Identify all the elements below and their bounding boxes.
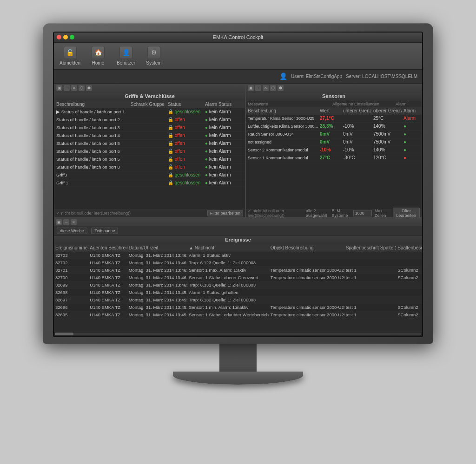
griffe-panel-toolbar: ▣ ─ ✕ ⬡ ⬢ bbox=[54, 84, 245, 92]
ereignisse-row[interactable]: 32695 U140 EMKA TZ Montag, 31. März 2014… bbox=[54, 311, 422, 319]
users-label: Users: ElmStsConfigApp bbox=[291, 74, 342, 79]
sensoren-footer-filter: ✓ nicht bit null oder leer(Beschreibung)… bbox=[248, 209, 306, 218]
sensoren-row[interactable]: Luftfeuchtigkeits Klima Sensor 3000... 2… bbox=[246, 123, 422, 131]
ev-col-sb: Spaltenbesc bbox=[396, 245, 422, 250]
ereignisse-row[interactable]: 32696 U140 EMKA TZ Montag, 31. März 2014… bbox=[54, 304, 422, 311]
user-icon: 👤 bbox=[279, 72, 287, 80]
close-button[interactable] bbox=[57, 35, 61, 39]
elm-label: ELM-Systeme bbox=[331, 209, 350, 218]
sensoren-row[interactable]: Sensor 2 Kommunikationsmodul -10% -10% 1… bbox=[246, 146, 422, 154]
sensoren-tb-icon3[interactable]: ✕ bbox=[263, 85, 269, 91]
ereignisse-panel: ▣ ─ ✕ diese Woche Zeitspanne Ereignisse bbox=[54, 218, 422, 336]
top-panels: ▣ ─ ✕ ⬡ ⬢ Griffe & Verschlüsse bbox=[54, 84, 422, 218]
ev-col-nachricht: ▲ Nachricht bbox=[187, 245, 269, 250]
griffe-col-desc: Beschreibung bbox=[54, 102, 129, 107]
ereignisse-tb-icon3[interactable]: ✕ bbox=[71, 219, 77, 225]
griffe-tb-icon5[interactable]: ⬢ bbox=[86, 85, 92, 91]
griffe-row[interactable]: Status of handle / latch on port 3 🔓 off… bbox=[54, 124, 245, 132]
griffe-row[interactable]: Griff3 🔒 geschlossen ● kein Alarm bbox=[54, 171, 245, 179]
sensoren-panel-body: Temperatur Klima Sensor 3000-U25 27,1°C … bbox=[246, 115, 422, 209]
main-content: ▣ ─ ✕ ⬡ ⬢ Griffe & Verschlüsse bbox=[54, 84, 422, 336]
abmelden-icon: 🔓 bbox=[64, 46, 77, 59]
griffe-col-alarm: Alarm Status bbox=[203, 102, 245, 107]
scrollbar-thumb[interactable] bbox=[55, 333, 73, 335]
toolbar-benutzer[interactable]: 👤 Benutzer bbox=[116, 46, 136, 65]
griffe-panel-footer: ✓ nicht bit null oder leer(Beschreibung)… bbox=[54, 209, 245, 217]
sensoren-col-unterer: unterer Grenzwert bbox=[341, 108, 371, 113]
sensoren-row[interactable]: Sensor 1 Kommunikationsmodul 27°C -30°C … bbox=[246, 154, 422, 162]
title-bar: EMKA Control Cockpit bbox=[54, 33, 422, 43]
sensoren-tb-icon1[interactable]: ▣ bbox=[248, 85, 254, 91]
griffe-panel-title: Griffe & Verschlüsse bbox=[54, 92, 245, 101]
ereignisse-row[interactable]: 32700 U140 EMKA TZ Montag, 31. März 2014… bbox=[54, 274, 422, 281]
ereignisse-header: Ereignisnummer Agenten Beschreibung Datu… bbox=[54, 244, 422, 252]
griffe-row[interactable]: Status of handle / latch on port 2 🔓 off… bbox=[54, 116, 245, 124]
griffe-tb-icon1[interactable]: ▣ bbox=[56, 85, 62, 91]
ereignisse-toolbar: ▣ ─ ✕ bbox=[54, 218, 422, 227]
toolbar-abmelden[interactable]: 🔓 Abmelden bbox=[60, 46, 80, 65]
ereignisse-row[interactable]: 32698 U140 EMKA TZ Montag, 31. März 2014… bbox=[54, 289, 422, 296]
events-scrollbar[interactable] bbox=[54, 332, 422, 336]
minimize-button[interactable] bbox=[63, 35, 68, 39]
ev-col-s1: Spalte 1 bbox=[379, 245, 396, 250]
monitor-screen: EMKA Control Cockpit 🔓 Abmelden 🏠 Home 👤… bbox=[53, 32, 423, 337]
griffe-row[interactable]: Griff 1 🔒 geschlossen ● kein Alarm bbox=[54, 179, 245, 187]
messwerte-label: Messwerte bbox=[246, 101, 318, 107]
maximize-button[interactable] bbox=[70, 35, 74, 39]
ev-col-sp1: Spaltenbeschriftung 1 bbox=[344, 245, 379, 250]
scrollbar-track[interactable] bbox=[55, 333, 421, 335]
ev-col-agent: Agenten Beschreibung bbox=[88, 245, 127, 250]
sensoren-controls: alle 2 ausgewählt ELM-Systeme Max. Zeile… bbox=[306, 208, 420, 219]
ereignisse-row[interactable]: 32697 U140 EMKA TZ Montag, 31. März 2014… bbox=[54, 296, 422, 304]
filter-time-btn[interactable]: Zeitspanne bbox=[91, 228, 119, 234]
monitor-base bbox=[173, 372, 303, 385]
allgemeine-label: Allgemeine Einstellungen bbox=[318, 101, 394, 107]
griffe-row[interactable]: Status of handle / latch on port 4 🔓 off… bbox=[54, 132, 245, 140]
home-label: Home bbox=[92, 60, 105, 65]
ereignisse-tb-icon1[interactable]: ▣ bbox=[56, 219, 62, 225]
sensoren-tb-icon2[interactable]: ─ bbox=[255, 85, 261, 91]
sensoren-panel-title: Sensoren bbox=[246, 92, 422, 101]
sensoren-header: Beschreibung Wert unterer Grenzwert ober… bbox=[246, 107, 422, 115]
ereignisse-tb-icon2[interactable]: ─ bbox=[63, 219, 69, 225]
ereignisse-row[interactable]: 32702 U140 EMKA TZ Montag, 31. März 2014… bbox=[54, 259, 422, 267]
sensoren-row[interactable]: Rauch Sensor 3000-U34 0mV 0mV 7500mV ● bbox=[246, 131, 422, 138]
title-bar-buttons bbox=[57, 35, 74, 39]
system-icon: ⚙ bbox=[147, 46, 160, 59]
sensoren-col-oberer: oberer Grenzwert bbox=[371, 108, 402, 113]
app-ui: EMKA Control Cockpit 🔓 Abmelden 🏠 Home 👤… bbox=[54, 33, 422, 336]
toolbar: 🔓 Abmelden 🏠 Home 👤 Benutzer ⚙ System bbox=[54, 43, 422, 70]
max-label: Max. Zeilen bbox=[375, 209, 390, 218]
griffe-filter-btn[interactable]: Filter bearbeiten bbox=[207, 210, 243, 216]
sensoren-tb-icon5[interactable]: ⬢ bbox=[278, 85, 284, 91]
ereignisse-row[interactable]: 32699 U140 EMKA TZ Montag, 31. März 2014… bbox=[54, 281, 422, 289]
sensoren-panel: ▣ ─ ✕ ⬡ ⬢ Sensoren Messwerte bbox=[245, 84, 422, 218]
filter-week-btn[interactable]: diese Woche bbox=[57, 228, 87, 234]
sensoren-col-wert: Wert bbox=[318, 108, 341, 113]
sensoren-row[interactable]: Temperatur Klima Sensor 3000-U25 27,1°C … bbox=[246, 115, 422, 123]
griffe-row[interactable]: Status of handle / latch on port 6 🔓 off… bbox=[54, 148, 245, 156]
sensoren-tb-icon4[interactable]: ⬡ bbox=[270, 85, 276, 91]
monitor-shell: EMKA Control Cockpit 🔓 Abmelden 🏠 Home 👤… bbox=[38, 23, 438, 441]
griffe-panel: ▣ ─ ✕ ⬡ ⬢ Griffe & Verschlüsse bbox=[54, 84, 245, 218]
ereignisse-row[interactable]: 32701 U140 EMKA TZ Montag, 31. März 2014… bbox=[54, 267, 422, 274]
griffe-row[interactable]: Status of handle / latch on port 5 🔓 off… bbox=[54, 156, 245, 163]
griffe-row[interactable]: ▶ Status of handle / latch on port 1 🔒 g… bbox=[54, 108, 245, 116]
griffe-row[interactable]: Status of handle / latch on port 8 🔓 off… bbox=[54, 163, 245, 171]
griffe-tb-icon4[interactable]: ⬡ bbox=[79, 85, 85, 91]
ereignisse-body: 32703 U140 EMKA TZ Montag, 31. März 2014… bbox=[54, 252, 422, 332]
sensoren-panel-toolbar: ▣ ─ ✕ ⬡ ⬢ bbox=[246, 84, 422, 92]
griffe-tb-icon3[interactable]: ✕ bbox=[71, 85, 77, 91]
griffe-row[interactable]: Status of handle / latch on port 5 🔓 off… bbox=[54, 140, 245, 148]
toolbar-system[interactable]: ⚙ System bbox=[144, 46, 164, 65]
ereignisse-row[interactable]: 32703 U140 EMKA TZ Montag, 31. März 2014… bbox=[54, 252, 422, 259]
griffe-footer-filter: ✓ nicht bit null oder leer(Beschreibung)… bbox=[56, 211, 131, 216]
toolbar-home[interactable]: 🏠 Home bbox=[88, 46, 108, 65]
sensoren-row[interactable]: not assigned 0mV 0mV 7500mV ● bbox=[246, 138, 422, 146]
alarm-label: Alarm Einstellungen bbox=[394, 101, 422, 107]
griffe-tb-icon2[interactable]: ─ bbox=[64, 85, 70, 91]
elm-input[interactable] bbox=[353, 210, 372, 216]
griffe-header: Beschreibung Schrank Gruppe Status Alarm… bbox=[54, 101, 245, 108]
sensoren-filter-btn[interactable]: Filter bearbeiten bbox=[393, 208, 420, 219]
griffe-col-gruppe: Schrank Gruppe bbox=[129, 102, 166, 107]
